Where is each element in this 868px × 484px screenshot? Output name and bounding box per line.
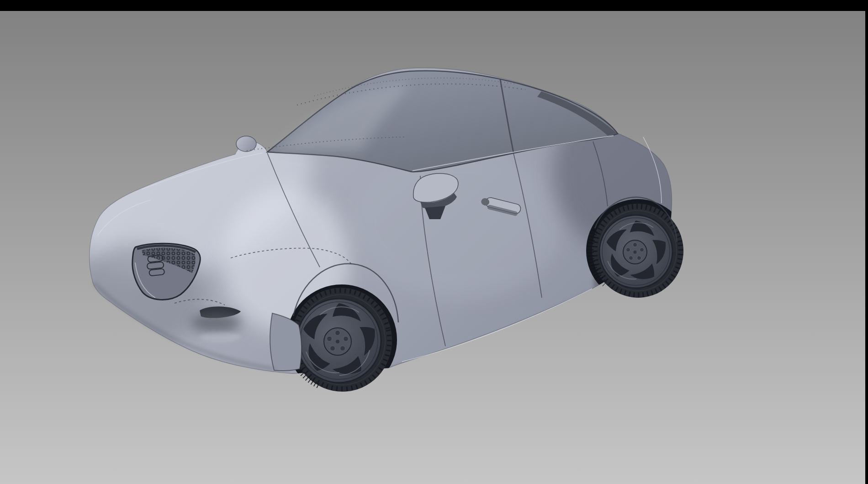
3d-viewport[interactable] — [0, 0, 868, 484]
stage — [0, 0, 868, 484]
fog-recess-light — [200, 332, 241, 342]
app-frame-right-bar — [865, 0, 868, 484]
rear-hub — [623, 240, 647, 264]
cowl-dome — [236, 136, 256, 152]
fog-recess-shadow — [191, 313, 241, 333]
door-sheen — [352, 148, 562, 299]
front-hub — [324, 328, 351, 355]
app-frame-top-bar — [0, 0, 868, 11]
